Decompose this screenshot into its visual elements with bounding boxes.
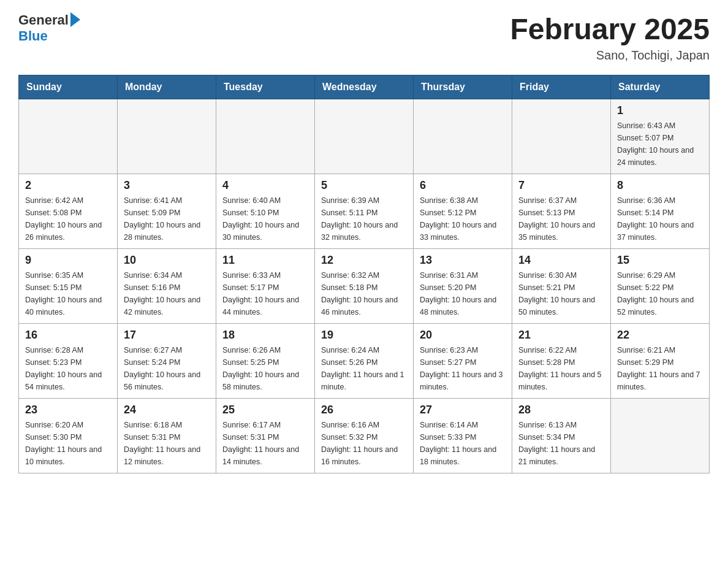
calendar-day-cell: 15Sunrise: 6:29 AM Sunset: 5:22 PM Dayli…: [611, 249, 710, 324]
day-number: 27: [420, 404, 506, 416]
col-thursday: Thursday: [414, 75, 512, 99]
logo: General Blue: [18, 12, 80, 44]
day-info: Sunrise: 6:31 AM Sunset: 5:20 PM Dayligh…: [420, 269, 506, 318]
logo-arrow-icon: [70, 12, 80, 27]
logo-blue-text: Blue: [18, 28, 48, 44]
calendar-table: Sunday Monday Tuesday Wednesday Thursday…: [18, 75, 710, 473]
day-number: 18: [222, 329, 308, 342]
day-number: 20: [420, 329, 506, 342]
calendar-day-cell: 28Sunrise: 6:13 AM Sunset: 5:34 PM Dayli…: [512, 399, 611, 473]
day-number: 5: [321, 179, 407, 192]
calendar-week-row: 1Sunrise: 6:43 AM Sunset: 5:07 PM Daylig…: [19, 99, 710, 174]
calendar-day-cell: [118, 99, 216, 174]
calendar-day-cell: 1Sunrise: 6:43 AM Sunset: 5:07 PM Daylig…: [611, 99, 710, 174]
calendar-week-row: 23Sunrise: 6:20 AM Sunset: 5:30 PM Dayli…: [19, 399, 710, 473]
calendar-week-row: 16Sunrise: 6:28 AM Sunset: 5:23 PM Dayli…: [19, 324, 710, 399]
day-info: Sunrise: 6:33 AM Sunset: 5:17 PM Dayligh…: [222, 269, 308, 318]
day-info: Sunrise: 6:14 AM Sunset: 5:33 PM Dayligh…: [420, 419, 506, 468]
calendar-day-cell: 20Sunrise: 6:23 AM Sunset: 5:27 PM Dayli…: [414, 324, 512, 399]
col-friday: Friday: [512, 75, 611, 99]
day-info: Sunrise: 6:29 AM Sunset: 5:22 PM Dayligh…: [617, 269, 703, 318]
calendar-title: February 2025: [510, 12, 710, 46]
calendar-body: 1Sunrise: 6:43 AM Sunset: 5:07 PM Daylig…: [19, 99, 710, 473]
calendar-day-cell: [216, 99, 315, 174]
day-info: Sunrise: 6:16 AM Sunset: 5:32 PM Dayligh…: [321, 419, 407, 468]
calendar-day-cell: 2Sunrise: 6:42 AM Sunset: 5:08 PM Daylig…: [19, 174, 118, 249]
day-number: 9: [25, 254, 111, 267]
col-sunday: Sunday: [19, 75, 118, 99]
day-info: Sunrise: 6:23 AM Sunset: 5:27 PM Dayligh…: [420, 344, 506, 393]
day-info: Sunrise: 6:22 AM Sunset: 5:28 PM Dayligh…: [518, 344, 604, 393]
day-info: Sunrise: 6:21 AM Sunset: 5:29 PM Dayligh…: [617, 344, 703, 393]
day-info: Sunrise: 6:39 AM Sunset: 5:11 PM Dayligh…: [321, 194, 407, 243]
day-number: 22: [617, 329, 703, 342]
day-info: Sunrise: 6:37 AM Sunset: 5:13 PM Dayligh…: [518, 194, 604, 243]
calendar-week-row: 2Sunrise: 6:42 AM Sunset: 5:08 PM Daylig…: [19, 174, 710, 249]
calendar-day-cell: 14Sunrise: 6:30 AM Sunset: 5:21 PM Dayli…: [512, 249, 611, 324]
days-of-week-row: Sunday Monday Tuesday Wednesday Thursday…: [19, 75, 710, 99]
calendar-day-cell: 18Sunrise: 6:26 AM Sunset: 5:25 PM Dayli…: [216, 324, 315, 399]
col-wednesday: Wednesday: [315, 75, 414, 99]
calendar-week-row: 9Sunrise: 6:35 AM Sunset: 5:15 PM Daylig…: [19, 249, 710, 324]
day-info: Sunrise: 6:40 AM Sunset: 5:10 PM Dayligh…: [222, 194, 308, 243]
day-info: Sunrise: 6:32 AM Sunset: 5:18 PM Dayligh…: [321, 269, 407, 318]
col-saturday: Saturday: [611, 75, 710, 99]
title-block: February 2025 Sano, Tochigi, Japan: [510, 12, 710, 63]
calendar-day-cell: 12Sunrise: 6:32 AM Sunset: 5:18 PM Dayli…: [315, 249, 414, 324]
calendar-day-cell: 4Sunrise: 6:40 AM Sunset: 5:10 PM Daylig…: [216, 174, 315, 249]
calendar-day-cell: [19, 99, 118, 174]
day-info: Sunrise: 6:20 AM Sunset: 5:30 PM Dayligh…: [25, 419, 111, 468]
calendar-day-cell: 24Sunrise: 6:18 AM Sunset: 5:31 PM Dayli…: [118, 399, 216, 473]
day-info: Sunrise: 6:43 AM Sunset: 5:07 PM Dayligh…: [617, 120, 703, 169]
day-info: Sunrise: 6:35 AM Sunset: 5:15 PM Dayligh…: [25, 269, 111, 318]
day-info: Sunrise: 6:18 AM Sunset: 5:31 PM Dayligh…: [124, 419, 210, 468]
day-info: Sunrise: 6:30 AM Sunset: 5:21 PM Dayligh…: [518, 269, 604, 318]
day-number: 26: [321, 404, 407, 416]
day-number: 2: [25, 179, 111, 192]
calendar-day-cell: [512, 99, 611, 174]
day-number: 7: [518, 179, 604, 192]
calendar-day-cell: [315, 99, 414, 174]
calendar-day-cell: [414, 99, 512, 174]
col-monday: Monday: [118, 75, 216, 99]
calendar-day-cell: 6Sunrise: 6:38 AM Sunset: 5:12 PM Daylig…: [414, 174, 512, 249]
day-info: Sunrise: 6:36 AM Sunset: 5:14 PM Dayligh…: [617, 194, 703, 243]
day-number: 13: [420, 254, 506, 267]
calendar-day-cell: 8Sunrise: 6:36 AM Sunset: 5:14 PM Daylig…: [611, 174, 710, 249]
calendar-subtitle: Sano, Tochigi, Japan: [510, 48, 710, 63]
calendar-day-cell: 3Sunrise: 6:41 AM Sunset: 5:09 PM Daylig…: [118, 174, 216, 249]
day-number: 6: [420, 179, 506, 192]
day-number: 24: [124, 404, 210, 416]
calendar-day-cell: 9Sunrise: 6:35 AM Sunset: 5:15 PM Daylig…: [19, 249, 118, 324]
calendar-day-cell: 21Sunrise: 6:22 AM Sunset: 5:28 PM Dayli…: [512, 324, 611, 399]
day-number: 4: [222, 179, 308, 192]
calendar-day-cell: 23Sunrise: 6:20 AM Sunset: 5:30 PM Dayli…: [19, 399, 118, 473]
day-info: Sunrise: 6:42 AM Sunset: 5:08 PM Dayligh…: [25, 194, 111, 243]
day-number: 23: [25, 404, 111, 416]
day-info: Sunrise: 6:41 AM Sunset: 5:09 PM Dayligh…: [124, 194, 210, 243]
calendar-day-cell: 5Sunrise: 6:39 AM Sunset: 5:11 PM Daylig…: [315, 174, 414, 249]
day-number: 10: [124, 254, 210, 267]
day-number: 8: [617, 179, 703, 192]
calendar-day-cell: 25Sunrise: 6:17 AM Sunset: 5:31 PM Dayli…: [216, 399, 315, 473]
day-number: 12: [321, 254, 407, 267]
day-number: 1: [617, 104, 703, 117]
calendar-day-cell: [611, 399, 710, 473]
day-info: Sunrise: 6:13 AM Sunset: 5:34 PM Dayligh…: [518, 419, 604, 468]
day-number: 19: [321, 329, 407, 342]
calendar-day-cell: 13Sunrise: 6:31 AM Sunset: 5:20 PM Dayli…: [414, 249, 512, 324]
calendar-day-cell: 10Sunrise: 6:34 AM Sunset: 5:16 PM Dayli…: [118, 249, 216, 324]
day-info: Sunrise: 6:34 AM Sunset: 5:16 PM Dayligh…: [124, 269, 210, 318]
calendar-day-cell: 7Sunrise: 6:37 AM Sunset: 5:13 PM Daylig…: [512, 174, 611, 249]
calendar-day-cell: 26Sunrise: 6:16 AM Sunset: 5:32 PM Dayli…: [315, 399, 414, 473]
day-info: Sunrise: 6:38 AM Sunset: 5:12 PM Dayligh…: [420, 194, 506, 243]
calendar-day-cell: 16Sunrise: 6:28 AM Sunset: 5:23 PM Dayli…: [19, 324, 118, 399]
col-tuesday: Tuesday: [216, 75, 315, 99]
calendar-day-cell: 17Sunrise: 6:27 AM Sunset: 5:24 PM Dayli…: [118, 324, 216, 399]
day-info: Sunrise: 6:24 AM Sunset: 5:26 PM Dayligh…: [321, 344, 407, 393]
day-info: Sunrise: 6:28 AM Sunset: 5:23 PM Dayligh…: [25, 344, 111, 393]
day-number: 17: [124, 329, 210, 342]
day-info: Sunrise: 6:17 AM Sunset: 5:31 PM Dayligh…: [222, 419, 308, 468]
calendar-header: Sunday Monday Tuesday Wednesday Thursday…: [19, 75, 710, 99]
page-header: General Blue February 2025 Sano, Tochigi…: [18, 12, 710, 63]
